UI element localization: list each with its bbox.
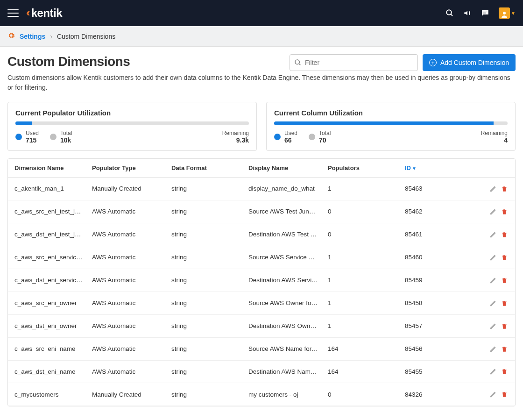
caret-down-icon: ▼ <box>511 11 516 16</box>
trash-icon[interactable] <box>501 346 508 353</box>
trash-icon[interactable] <box>501 254 508 261</box>
edit-icon[interactable] <box>489 208 496 215</box>
remaining-value: 4 <box>481 136 508 144</box>
cell-populators: 1 <box>323 269 400 292</box>
table-row[interactable]: c_aws_src_eni_ownerAWS AutomaticstringSo… <box>8 292 515 314</box>
cell-poptype: AWS Automatic <box>87 360 167 383</box>
edit-icon[interactable] <box>489 300 496 307</box>
chevron-right-icon: › <box>50 33 52 40</box>
table-row[interactable]: c_aws_dst_eni_ownerAWS AutomaticstringDe… <box>8 314 515 337</box>
table-row[interactable]: c_aws_dst_eni_test_juneAWS Automaticstri… <box>8 223 515 246</box>
cell-poptype: AWS Automatic <box>87 200 167 223</box>
populator-utilization-card: Current Populator Utilization Used 715 T… <box>7 102 257 151</box>
cell-display: Source AWS Service Nam... <box>244 246 323 269</box>
edit-icon[interactable] <box>489 368 496 375</box>
cell-name: c_aws_src_eni_name <box>8 337 87 360</box>
search-icon[interactable] <box>445 9 454 17</box>
edit-icon[interactable] <box>489 231 496 238</box>
cell-actions <box>480 383 515 406</box>
svg-line-6 <box>299 64 300 65</box>
table-row[interactable]: c_akentik_man_1Manually Createdstringdis… <box>8 178 515 200</box>
trash-icon[interactable] <box>501 208 508 215</box>
cell-id: 85463 <box>400 178 480 200</box>
edit-icon[interactable] <box>489 254 496 261</box>
used-label: Used <box>26 130 39 136</box>
cell-poptype: Manually Created <box>87 383 167 406</box>
edit-icon[interactable] <box>489 323 496 330</box>
cell-name: c_aws_dst_eni_service_n... <box>8 269 87 292</box>
col-populators[interactable]: Populators <box>323 159 400 178</box>
col-populator-type[interactable]: Populator Type <box>87 159 167 178</box>
utilization-row: Current Populator Utilization Used 715 T… <box>7 102 516 151</box>
cell-format: string <box>167 292 244 314</box>
chat-icon[interactable] <box>481 9 489 17</box>
gear-icon <box>7 32 15 41</box>
cell-poptype: AWS Automatic <box>87 246 167 269</box>
table-row[interactable]: c_aws_src_eni_nameAWS AutomaticstringSou… <box>8 337 515 360</box>
cell-format: string <box>167 223 244 246</box>
cell-populators: 0 <box>323 200 400 223</box>
used-value: 66 <box>284 136 297 144</box>
cell-poptype: AWS Automatic <box>87 314 167 337</box>
total-value: 10k <box>60 136 72 144</box>
cell-display: display_name_do_what <box>244 178 323 200</box>
filter-input[interactable] <box>290 54 418 71</box>
remaining-label: Remaining <box>222 130 249 136</box>
cell-name: c_aws_src_eni_service_n... <box>8 246 87 269</box>
cell-format: string <box>167 383 244 406</box>
trash-icon[interactable] <box>501 277 508 284</box>
cell-name: c_aws_src_eni_test_june <box>8 200 87 223</box>
add-custom-dimension-button[interactable]: + Add Custom Dimension <box>423 54 516 71</box>
header-actions: + Add Custom Dimension <box>290 54 516 71</box>
cell-format: string <box>167 200 244 223</box>
trash-icon[interactable] <box>501 300 508 307</box>
cell-populators: 1 <box>323 178 400 200</box>
cell-id: 85462 <box>400 200 480 223</box>
cell-format: string <box>167 269 244 292</box>
megaphone-icon[interactable] <box>463 9 472 17</box>
trash-icon[interactable] <box>501 323 508 330</box>
cell-format: string <box>167 360 244 383</box>
table-row[interactable]: c_aws_dst_eni_nameAWS AutomaticstringDes… <box>8 360 515 383</box>
cell-poptype: Manually Created <box>87 178 167 200</box>
cell-populators: 1 <box>323 314 400 337</box>
total-stat: Total 10k <box>50 130 72 144</box>
edit-icon[interactable] <box>489 185 496 192</box>
edit-icon[interactable] <box>489 277 496 284</box>
cell-populators: 164 <box>323 360 400 383</box>
cell-poptype: AWS Automatic <box>87 269 167 292</box>
user-menu[interactable]: ▼ <box>499 7 516 19</box>
cell-actions <box>480 314 515 337</box>
table-row[interactable]: c_mycustomersManually Createdstringmy cu… <box>8 383 515 406</box>
cell-actions <box>480 223 515 246</box>
table-row[interactable]: c_aws_src_eni_service_n...AWS Automatics… <box>8 246 515 269</box>
trash-icon[interactable] <box>501 368 508 375</box>
edit-icon[interactable] <box>489 346 496 353</box>
cell-id: 85461 <box>400 223 480 246</box>
cell-format: string <box>167 337 244 360</box>
breadcrumb-current: Custom Dimensions <box>57 33 115 40</box>
trash-icon[interactable] <box>501 231 508 238</box>
cell-id: 85460 <box>400 246 480 269</box>
trash-icon[interactable] <box>501 185 508 192</box>
cell-display: Destination AWS Test Jun... <box>244 223 323 246</box>
table-row[interactable]: c_aws_dst_eni_service_n...AWS Automatics… <box>8 269 515 292</box>
cell-format: string <box>167 314 244 337</box>
col-display-name[interactable]: Display Name <box>244 159 323 178</box>
col-data-format[interactable]: Data Format <box>167 159 244 178</box>
cell-poptype: AWS Automatic <box>87 223 167 246</box>
total-label: Total <box>60 130 72 136</box>
total-stat: Total 70 <box>309 130 331 144</box>
edit-icon[interactable] <box>489 391 496 398</box>
logo[interactable]: ‹‹ kentik <box>26 7 62 20</box>
cell-format: string <box>167 246 244 269</box>
trash-icon[interactable] <box>501 391 508 398</box>
breadcrumb-root[interactable]: Settings <box>20 33 45 40</box>
cell-name: c_akentik_man_1 <box>8 178 87 200</box>
col-dimension-name[interactable]: Dimension Name <box>8 159 87 178</box>
table-row[interactable]: c_aws_src_eni_test_juneAWS Automaticstri… <box>8 200 515 223</box>
col-id[interactable]: ID▼ <box>400 159 480 178</box>
menu-icon[interactable] <box>7 7 19 19</box>
cell-actions <box>480 360 515 383</box>
table-scroll[interactable]: Dimension Name Populator Type Data Forma… <box>8 159 515 406</box>
